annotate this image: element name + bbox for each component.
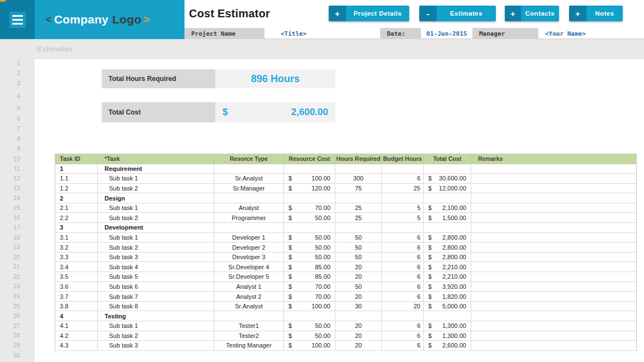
cell-task[interactable]: Sub task 1 <box>98 233 214 243</box>
cell-hours-required[interactable]: 20 <box>335 292 382 302</box>
row-number[interactable]: 18 <box>0 234 20 241</box>
cell-resource-cost[interactable]: $70.00 <box>284 292 335 302</box>
cell-total-cost[interactable]: $2,800.00 <box>424 253 471 263</box>
cell-task-id[interactable]: 3.4 <box>55 262 98 272</box>
cell-hours-required[interactable]: 300 <box>335 174 382 184</box>
cell-remarks[interactable] <box>471 272 636 282</box>
row-number[interactable]: 10 <box>0 155 20 162</box>
cell-resource-cost[interactable]: $50.00 <box>284 213 335 223</box>
cell-task-id[interactable]: 1 <box>55 164 98 174</box>
cell-resource-type[interactable]: Sr.Analyst <box>214 302 284 312</box>
row-number[interactable]: 15 <box>0 204 20 211</box>
cell-task[interactable]: Sub task 7 <box>98 292 214 302</box>
cell-resource-type[interactable]: Tester1 <box>214 321 284 331</box>
cell-remarks[interactable] <box>471 321 636 331</box>
cell-resource-cost[interactable]: $70.00 <box>284 203 335 213</box>
cell-total-cost[interactable] <box>424 193 471 203</box>
cell-resource-type[interactable]: Testing Manager <box>214 341 284 351</box>
cell-resource-cost[interactable]: $85.00 <box>284 262 335 272</box>
cell-total-cost[interactable]: $1,300.00 <box>424 321 471 331</box>
cell-resource-type[interactable]: Developer 3 <box>214 253 284 263</box>
cell-resource-cost[interactable]: $85.00 <box>284 272 335 282</box>
cell-task-id[interactable]: 3.1 <box>55 233 98 243</box>
cell-task[interactable]: Sub task 6 <box>98 282 214 292</box>
cell-budget-hours[interactable]: 6 <box>382 341 424 351</box>
cell-resource-cost[interactable]: $100.00 <box>284 174 335 184</box>
cell-task[interactable]: Sub task 1 <box>98 321 214 331</box>
row-number[interactable]: 27 <box>0 322 20 329</box>
row-number[interactable]: 26 <box>0 312 20 319</box>
cell-task-id[interactable]: 3.7 <box>55 292 98 302</box>
cell-resource-cost[interactable]: $50.00 <box>284 253 335 263</box>
cell-total-cost[interactable]: $2,210.00 <box>424 262 471 272</box>
cell-task-id[interactable]: 4 <box>55 311 98 321</box>
cell-resource-type[interactable] <box>214 223 284 233</box>
cell-budget-hours[interactable]: 6 <box>382 253 424 263</box>
cell-total-cost[interactable]: $3,920.00 <box>424 282 471 292</box>
row-number[interactable]: 6 <box>0 115 20 122</box>
cell-total-cost[interactable]: $12,000.00 <box>424 184 471 194</box>
cell-budget-hours[interactable]: 5 <box>382 213 424 223</box>
menu-button[interactable] <box>0 0 35 39</box>
cell-task[interactable]: Sub task 5 <box>98 272 214 282</box>
cell-task[interactable]: Sub task 8 <box>98 302 214 312</box>
cell-budget-hours[interactable] <box>382 164 424 174</box>
cell-resource-cost[interactable]: $70.00 <box>284 282 335 292</box>
cell-total-cost[interactable] <box>424 223 471 233</box>
cell-remarks[interactable] <box>471 233 636 243</box>
cell-remarks[interactable] <box>471 213 636 223</box>
row-number[interactable]: 5 <box>0 104 20 111</box>
cell-resource-cost[interactable] <box>284 311 335 321</box>
cell-hours-required[interactable] <box>335 164 382 174</box>
cell-budget-hours[interactable]: 6 <box>382 233 424 243</box>
cell-task-id[interactable]: 3.2 <box>55 242 98 253</box>
cell-budget-hours[interactable]: 6 <box>382 262 424 272</box>
cell-budget-hours[interactable]: 6 <box>382 331 424 341</box>
cell-hours-required[interactable]: 20 <box>335 321 382 331</box>
cell-task-id[interactable]: 1.1 <box>55 174 98 184</box>
cell-total-cost[interactable]: $1,300.00 <box>424 331 471 341</box>
cell-task[interactable]: Sub task 1 <box>98 203 214 213</box>
cell-resource-cost[interactable] <box>284 164 335 174</box>
cell-resource-cost[interactable]: $50.00 <box>284 242 335 253</box>
cell-resource-cost[interactable]: $100.00 <box>284 302 335 312</box>
cell-total-cost[interactable]: $30,600.00 <box>424 174 471 184</box>
cell-total-cost[interactable] <box>424 311 471 321</box>
cell-task-id[interactable]: 3.3 <box>55 253 98 263</box>
manager-name-field[interactable]: <Your Name> <box>538 28 644 39</box>
cell-total-cost[interactable]: $2,100.00 <box>424 203 471 213</box>
cell-remarks[interactable] <box>471 262 636 272</box>
cell-hours-required[interactable] <box>335 193 382 203</box>
cell-resource-type[interactable] <box>214 193 284 203</box>
row-number[interactable]: 17 <box>0 224 20 231</box>
cell-task-id[interactable]: 3.6 <box>55 282 98 292</box>
cell-resource-type[interactable]: Sr.Developer 5 <box>214 272 284 282</box>
row-number[interactable]: 4 <box>0 93 20 99</box>
cell-resource-cost[interactable]: $120.00 <box>284 184 335 194</box>
notes-button[interactable]: + Notes <box>569 6 623 21</box>
cell-task-id[interactable]: 2 <box>55 193 98 203</box>
cell-resource-cost[interactable]: $50.00 <box>284 233 335 243</box>
cell-budget-hours[interactable]: 6 <box>382 282 424 292</box>
cell-hours-required[interactable]: 50 <box>335 233 382 243</box>
cell-hours-required[interactable]: 30 <box>335 302 382 312</box>
cell-remarks[interactable] <box>471 292 636 302</box>
cell-task[interactable]: Sub task 3 <box>98 253 214 263</box>
cell-task-id[interactable]: 4.2 <box>55 331 98 341</box>
cell-budget-hours[interactable]: 6 <box>382 321 424 331</box>
cell-task-id[interactable]: 4.1 <box>55 321 98 331</box>
cell-task[interactable]: Requirement <box>98 164 214 174</box>
cell-remarks[interactable] <box>471 331 636 341</box>
cell-task[interactable]: Development <box>98 223 214 233</box>
cell-remarks[interactable] <box>471 311 636 321</box>
cell-resource-cost[interactable] <box>284 193 335 203</box>
row-number[interactable]: 12 <box>0 175 20 182</box>
cell-total-cost[interactable]: $5,000.00 <box>424 302 471 312</box>
cell-hours-required[interactable]: 20 <box>335 262 382 272</box>
cell-task[interactable]: Sub task 2 <box>98 213 214 223</box>
cell-resource-type[interactable]: Sr.Analyst <box>214 174 284 184</box>
cell-hours-required[interactable]: 20 <box>335 272 382 282</box>
row-number[interactable]: 2 <box>0 70 20 77</box>
cell-resource-type[interactable] <box>214 164 284 174</box>
cell-hours-required[interactable]: 25 <box>335 203 382 213</box>
